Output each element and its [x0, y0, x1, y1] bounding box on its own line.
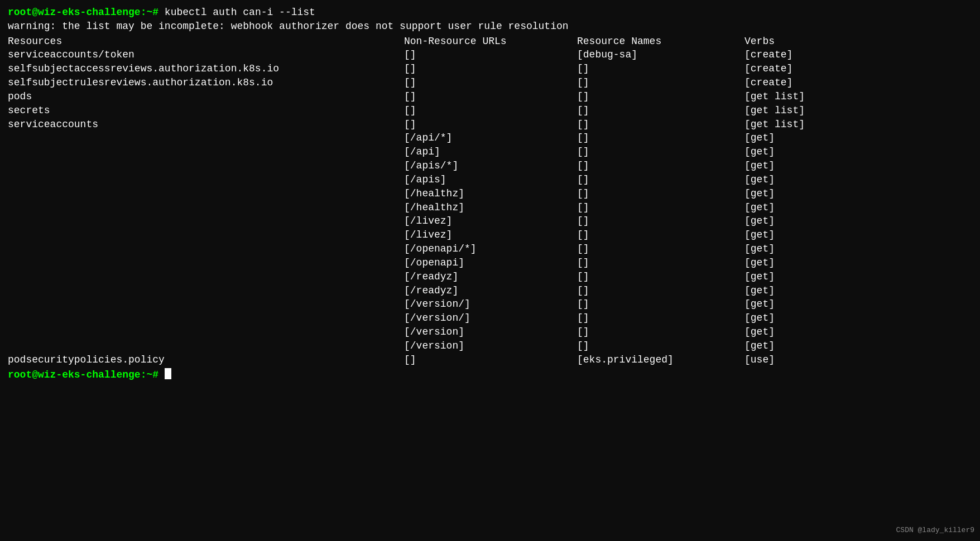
cell-names: []: [577, 131, 744, 145]
cell-non-resource: []: [404, 104, 577, 118]
cell-names: []: [577, 311, 744, 325]
cell-resource: [8, 284, 404, 298]
cell-non-resource: [/version/]: [404, 311, 577, 325]
cell-names: []: [577, 339, 744, 353]
cell-non-resource: [/readyz]: [404, 284, 577, 298]
cell-verbs: [get]: [744, 145, 775, 159]
cell-verbs: [create]: [744, 62, 792, 76]
prompt-command: kubectl auth can-i --list: [158, 6, 315, 20]
cell-resource: [8, 145, 404, 159]
cell-verbs: [get]: [744, 311, 775, 325]
table-row: [/version/][][get]: [8, 297, 972, 311]
cursor: [165, 368, 171, 379]
table-row: [/openapi][][get]: [8, 256, 972, 270]
table-row: [/api/*][][get]: [8, 131, 972, 145]
table-row: secrets[][][get list]: [8, 104, 972, 118]
cell-names: []: [577, 76, 744, 90]
cell-non-resource: [/healthz]: [404, 201, 577, 215]
cell-verbs: [get list]: [744, 118, 805, 132]
table-header: Resources Non-Resource URLs Resource Nam…: [8, 35, 972, 49]
cell-names: [eks.privileged]: [577, 353, 744, 367]
cell-names: []: [577, 90, 744, 104]
header-resources: Resources: [8, 35, 404, 49]
cell-verbs: [use]: [744, 353, 775, 367]
table-row: podsecuritypolicies.policy[][eks.privile…: [8, 353, 972, 367]
cell-resource: secrets: [8, 104, 404, 118]
cell-names: []: [577, 62, 744, 76]
cell-names: []: [577, 297, 744, 311]
table-row: [/healthz][][get]: [8, 187, 972, 201]
table-row: serviceaccounts[][][get list]: [8, 118, 972, 132]
cell-non-resource: []: [404, 62, 577, 76]
cell-verbs: [get]: [744, 325, 775, 339]
table-row: [/openapi/*][][get]: [8, 242, 972, 256]
cell-non-resource: [/livez]: [404, 214, 577, 228]
cell-names: []: [577, 187, 744, 201]
cell-non-resource: [/apis/*]: [404, 159, 577, 173]
cell-non-resource: [/api]: [404, 145, 577, 159]
cell-resource: [8, 297, 404, 311]
cell-non-resource: [/version/]: [404, 297, 577, 311]
header-resource-names: Resource Names: [577, 35, 744, 49]
cell-names: []: [577, 270, 744, 284]
warning-line: warning: the list may be incomplete: web…: [8, 20, 972, 33]
cell-resource: pods: [8, 90, 404, 104]
cell-names: []: [577, 118, 744, 132]
table-body: serviceaccounts/token[][debug-sa][create…: [8, 48, 972, 366]
header-non-resource-urls: Non-Resource URLs: [404, 35, 577, 49]
cell-non-resource: [/healthz]: [404, 187, 577, 201]
cell-verbs: [get]: [744, 339, 775, 353]
cell-resource: [8, 339, 404, 353]
cell-non-resource: [/api/*]: [404, 131, 577, 145]
cell-verbs: [get]: [744, 173, 775, 187]
cell-non-resource: [/version]: [404, 339, 577, 353]
table-row: [/api][][get]: [8, 145, 972, 159]
cell-non-resource: [/openapi/*]: [404, 242, 577, 256]
cell-names: []: [577, 284, 744, 298]
cell-resource: podsecuritypolicies.policy: [8, 353, 404, 367]
table-row: selfsubjectaccessreviews.authorization.k…: [8, 62, 972, 76]
cell-non-resource: []: [404, 90, 577, 104]
command-prompt: root@wiz-eks-challenge:~# kubectl auth c…: [8, 6, 972, 20]
table-row: [/livez][][get]: [8, 214, 972, 228]
cell-verbs: [get]: [744, 284, 775, 298]
cell-resource: [8, 311, 404, 325]
cell-resource: [8, 270, 404, 284]
cell-non-resource: [/readyz]: [404, 270, 577, 284]
cell-names: []: [577, 104, 744, 118]
table-row: [/version/][][get]: [8, 311, 972, 325]
kubectl-output-table: Resources Non-Resource URLs Resource Nam…: [8, 35, 972, 49]
cell-names: []: [577, 201, 744, 215]
cell-resource: [8, 242, 404, 256]
table-row: [/version][][get]: [8, 325, 972, 339]
second-prompt: root@wiz-eks-challenge:~#: [8, 368, 972, 382]
cell-names: []: [577, 325, 744, 339]
cell-resource: [8, 173, 404, 187]
table-row: [/apis/*][][get]: [8, 159, 972, 173]
cell-resource: [8, 131, 404, 145]
table-row: selfsubjectrulesreviews.authorization.k8…: [8, 76, 972, 90]
cell-verbs: [get]: [744, 228, 775, 242]
cell-names: []: [577, 214, 744, 228]
cell-non-resource: [/openapi]: [404, 256, 577, 270]
cell-non-resource: [/livez]: [404, 228, 577, 242]
cell-resource: [8, 256, 404, 270]
cell-non-resource: []: [404, 76, 577, 90]
cell-verbs: [get]: [744, 297, 775, 311]
cell-names: []: [577, 159, 744, 173]
cell-verbs: [get]: [744, 131, 775, 145]
cell-names: []: [577, 228, 744, 242]
cell-non-resource: []: [404, 353, 577, 367]
cell-resource: serviceaccounts/token: [8, 48, 404, 62]
cell-non-resource: []: [404, 118, 577, 132]
second-prompt-user: root@wiz-eks-challenge:~#: [8, 368, 158, 382]
watermark: CSDN @lady_killer9: [896, 525, 974, 535]
table-row: [/livez][][get]: [8, 228, 972, 242]
cell-non-resource: []: [404, 48, 577, 62]
cell-verbs: [get list]: [744, 90, 805, 104]
cell-resource: [8, 228, 404, 242]
table-row: [/readyz][][get]: [8, 270, 972, 284]
table-row: [/healthz][][get]: [8, 201, 972, 215]
cell-resource: [8, 325, 404, 339]
table-row: pods[][][get list]: [8, 90, 972, 104]
